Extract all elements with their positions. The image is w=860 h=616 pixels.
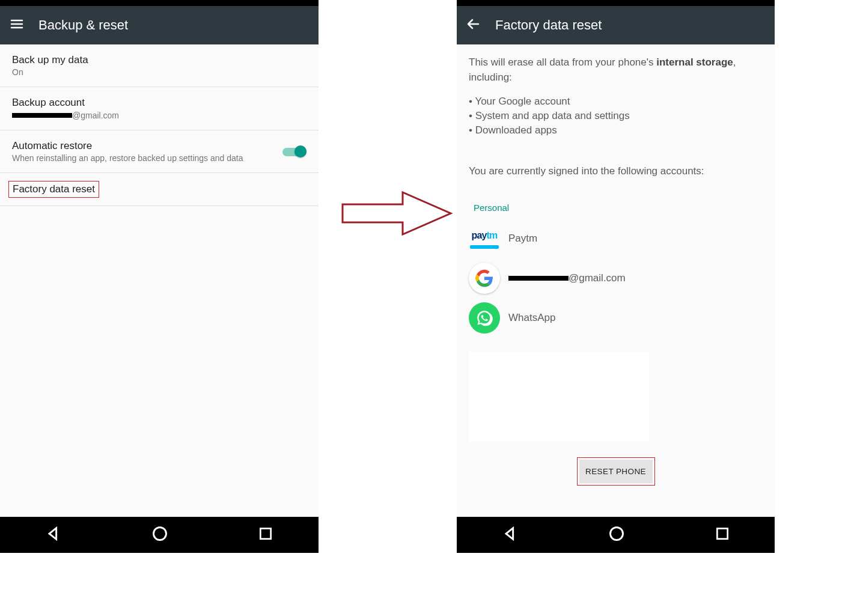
section-label-personal: Personal bbox=[474, 201, 763, 215]
list-item-desc: When reinstalling an app, restore backed… bbox=[12, 153, 270, 163]
arrow-annotation bbox=[337, 186, 457, 240]
account-row-google[interactable]: @gmail.com bbox=[469, 263, 763, 294]
nav-bar bbox=[457, 517, 775, 553]
toggle-switch[interactable] bbox=[282, 144, 306, 159]
list-item-label: Backup account bbox=[12, 97, 306, 109]
nav-back-icon[interactable] bbox=[502, 525, 519, 544]
nav-back-icon[interactable] bbox=[45, 525, 62, 544]
list-item-automatic-restore[interactable]: Automatic restore When reinstalling an a… bbox=[0, 130, 319, 173]
account-label: Paytm bbox=[508, 231, 537, 246]
bullet-item: System and app data and settings bbox=[469, 109, 763, 123]
app-bar-title: Factory data reset bbox=[495, 17, 602, 33]
highlight-annotation: Factory data reset bbox=[8, 181, 99, 198]
account-row-paytm[interactable]: paytm Paytm bbox=[469, 223, 763, 254]
svg-rect-3 bbox=[717, 528, 727, 538]
redacted-text bbox=[508, 276, 569, 281]
app-bar: Factory data reset bbox=[457, 6, 775, 44]
app-bar: Backup & reset bbox=[0, 6, 319, 44]
highlight-annotation: RESET PHONE bbox=[577, 457, 655, 486]
list-item-factory-data-reset[interactable]: Factory data reset bbox=[0, 173, 319, 206]
svg-point-2 bbox=[610, 528, 623, 540]
nav-recent-icon[interactable] bbox=[258, 526, 273, 544]
phone-factory-data-reset: Factory data reset This will erase all d… bbox=[457, 0, 775, 553]
account-row-whatsapp[interactable]: WhatsApp bbox=[469, 302, 763, 334]
phone-backup-reset: Backup & reset Back up my data On Backup… bbox=[0, 0, 319, 553]
reset-phone-button[interactable]: RESET PHONE bbox=[579, 460, 653, 483]
list-item-backup-my-data[interactable]: Back up my data On bbox=[0, 44, 319, 87]
factory-reset-content: This will erase all data from your phone… bbox=[457, 44, 775, 517]
status-bar bbox=[0, 0, 319, 6]
nav-recent-icon[interactable] bbox=[715, 526, 730, 544]
list-item-value: @gmail.com bbox=[12, 110, 306, 120]
account-label: WhatsApp bbox=[508, 311, 555, 326]
svg-rect-1 bbox=[261, 528, 271, 538]
status-bar bbox=[457, 0, 775, 6]
whatsapp-icon bbox=[469, 302, 500, 334]
svg-point-0 bbox=[153, 528, 166, 540]
list-item-value: On bbox=[12, 67, 306, 77]
nav-bar bbox=[0, 517, 319, 553]
list-item-label: Automatic restore bbox=[12, 140, 270, 152]
bullet-item: Your Google account bbox=[469, 94, 763, 109]
hamburger-icon[interactable] bbox=[10, 17, 24, 34]
nav-home-icon[interactable] bbox=[151, 525, 168, 544]
bullet-item: Downloaded apps bbox=[469, 123, 763, 138]
app-bar-title: Backup & reset bbox=[38, 17, 128, 33]
google-icon bbox=[469, 263, 500, 294]
account-label: @gmail.com bbox=[508, 270, 626, 285]
redacted-text bbox=[12, 113, 72, 118]
intro-text: This will erase all data from your phone… bbox=[469, 56, 736, 83]
list-item-backup-account[interactable]: Backup account @gmail.com bbox=[0, 87, 319, 130]
settings-list: Back up my data On Backup account @gmail… bbox=[0, 44, 319, 517]
paytm-icon: paytm bbox=[469, 223, 500, 254]
bullet-list: Your Google account System and app data … bbox=[469, 94, 763, 137]
back-arrow-icon[interactable] bbox=[466, 17, 481, 34]
signed-in-text: You are currently signed into the follow… bbox=[469, 164, 763, 179]
list-item-label: Factory data reset bbox=[13, 183, 95, 195]
blank-block bbox=[469, 352, 649, 442]
nav-home-icon[interactable] bbox=[608, 525, 625, 544]
list-item-label: Back up my data bbox=[12, 54, 306, 66]
